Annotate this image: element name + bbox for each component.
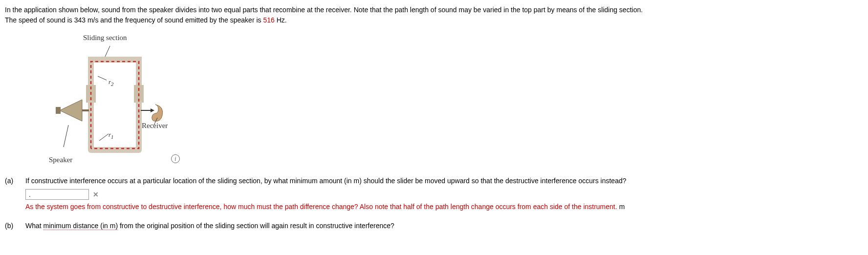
svg-marker-16 <box>151 108 154 112</box>
frequency-value: 516 <box>263 16 274 24</box>
part-a-feedback: As the system goes from constructive to … <box>25 202 863 212</box>
intro-line2a: The speed of sound is 343 m/s and the fr… <box>5 16 263 24</box>
part-b: (b) What minimum distance (in m) from th… <box>5 221 863 231</box>
part-b-dotted-term[interactable]: minimum distance (in m) <box>43 222 118 230</box>
svg-line-9 <box>98 76 107 80</box>
problem-intro: In the application shown below, sound fr… <box>5 5 863 25</box>
apparatus-figure: Sliding section Speaker Receiver r2 r1 i <box>49 32 186 169</box>
r2-label: r2 <box>108 77 113 88</box>
svg-rect-12 <box>56 107 61 114</box>
r1-label: r1 <box>108 130 113 141</box>
svg-line-0 <box>105 46 110 57</box>
sliding-section-label: Sliding section <box>83 32 127 43</box>
svg-marker-11 <box>60 100 82 121</box>
part-a-question: If constructive interference occurs at a… <box>25 176 863 186</box>
speaker-label: Speaker <box>49 154 72 166</box>
apparatus-svg <box>54 42 181 169</box>
incorrect-icon: ✕ <box>92 191 100 198</box>
receiver-label: Receiver <box>142 120 168 131</box>
info-icon[interactable]: i <box>171 154 180 163</box>
part-b-label: (b) <box>5 221 20 231</box>
svg-line-14 <box>64 125 68 147</box>
part-b-question-lead: What <box>25 222 43 230</box>
part-a: (a) If constructive interference occurs … <box>5 176 863 212</box>
part-a-label: (a) <box>5 176 20 186</box>
part-b-question-tail: from the original position of the slidin… <box>118 222 394 230</box>
part-a-input[interactable] <box>25 189 89 200</box>
part-a-unit: m <box>619 203 625 211</box>
intro-line2b: Hz. <box>275 16 287 24</box>
intro-line1: In the application shown below, sound fr… <box>5 6 643 14</box>
svg-line-10 <box>99 134 108 141</box>
